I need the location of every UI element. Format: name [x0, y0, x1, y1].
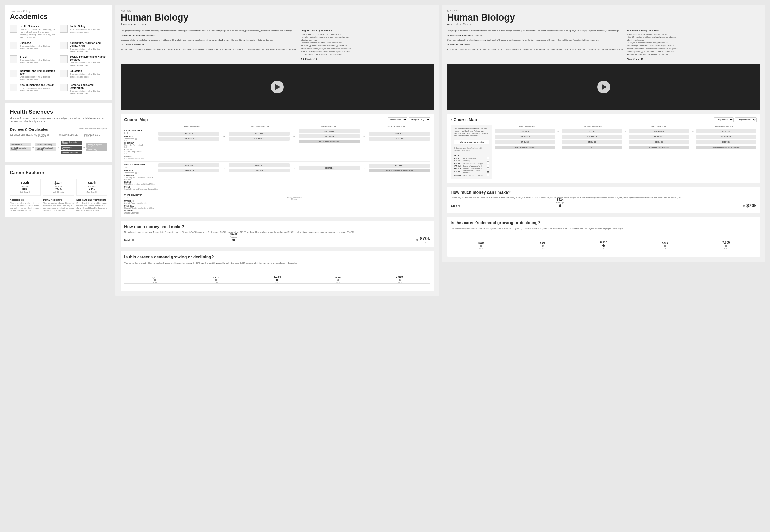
career-explorer-card: Career Explorer $33k Average 34% Job Gro…	[5, 165, 112, 217]
control-select-1[interactable]: Unspecified	[388, 117, 407, 122]
video-player-middle[interactable]	[121, 64, 434, 110]
field-health-sciences[interactable]: Health Sciences Uses math, science, and …	[10, 25, 57, 39]
course-name-2: English Composition I	[124, 151, 158, 153]
sem-r-header-1: FIRST SEMESTER	[494, 125, 560, 128]
field-desc: Short description of what this field foc…	[70, 28, 107, 34]
art-checkbox-2[interactable]	[487, 162, 489, 164]
field-agriculture[interactable]: Agriculture, Nutrition and Culinary Arts…	[60, 42, 107, 53]
field-desc: Short description of what this field foc…	[20, 87, 57, 92]
outcomes-title-right: Program Learning Outcomes	[627, 29, 678, 32]
demand-desc-middle: This career has grown by 5% over the las…	[124, 262, 430, 264]
program-description: This program develops student's knowledg…	[121, 29, 297, 61]
r-sem4-phys: PHYS B2B	[696, 135, 757, 139]
course-map-header-right: ‹ Course Map Unspecified Program Only	[451, 117, 757, 122]
course-code-0: BIOL B1A	[124, 135, 158, 138]
course-map-controls-right: Unspecified Program Only	[714, 117, 757, 122]
r-sem1-biol: BIOL B1A	[495, 129, 555, 133]
career-item-1: Dental Assistants Short description of w…	[43, 199, 74, 212]
desc-heading-1: To Achieve the Associate in Science	[121, 34, 156, 36]
field-business[interactable]: Business Short description of what this …	[10, 42, 57, 53]
sem-r-header-3: THIRD SEMESTER	[626, 125, 691, 128]
pathway-box: Kinesiology	[86, 148, 108, 151]
control-select-2[interactable]: Program Only	[409, 117, 430, 122]
field-stem[interactable]: STEM Short description of what this fiel…	[10, 55, 57, 67]
demand-title-right: Is this career's demand growing or decli…	[451, 220, 757, 226]
video-player-right[interactable]	[447, 64, 760, 110]
art-row-6: MUSC 80 Basic Elements of Music	[454, 174, 489, 176]
field-name: Industrial and Transportation Tech	[20, 70, 57, 75]
arts-label: ARTS	[454, 154, 489, 157]
pathway-box: Licensed Vocational Nursing	[35, 147, 56, 151]
field-social[interactable]: Social, Behavioral and Human Services Sh…	[60, 55, 107, 67]
control-select-r2[interactable]: Program Only	[735, 117, 757, 122]
arrow-3-4: →	[361, 135, 368, 138]
course-name-1: Chemistry Foundation I	[124, 144, 158, 146]
field-arts[interactable]: Arts, Humanities and Design Short descri…	[10, 84, 57, 95]
sem2-phil: PHIL B0	[229, 169, 290, 172]
middle-program-panel: BIOLOGY Human Biology Associate in Scien…	[115, 5, 439, 296]
salary-avg-r: $42k	[556, 198, 564, 201]
course-name-0: General Biology I	[124, 138, 158, 139]
stat-sub-2: Average	[79, 185, 105, 187]
sem-header-4: FOURTH SEMESTER	[363, 125, 430, 128]
stem-icon	[10, 55, 17, 63]
stat-growth-label-0: Job Growth	[12, 191, 38, 193]
stat-amount-1: $42k	[45, 181, 72, 185]
demand-desc-right: This career has grown by 5% over the las…	[451, 227, 757, 230]
field-personal[interactable]: Personal and Career Exploration Short de…	[60, 84, 107, 95]
field-name: Arts, Humanities and Design	[20, 84, 57, 86]
art-checkbox-4[interactable]	[487, 167, 489, 169]
art-checkbox-1[interactable]	[487, 160, 489, 162]
degrees-title: Degrees & Certificates	[10, 127, 48, 131]
demand-val-0: 5,611	[152, 276, 158, 279]
demand-r-val-0: 5,611	[478, 242, 484, 244]
r-sem4-chem: CHEM B1	[696, 140, 757, 144]
control-select-r1[interactable]: Unspecified	[714, 117, 734, 122]
career-item-0: Audiologists Short description of what t…	[10, 199, 41, 212]
art-checkbox-3[interactable]	[487, 165, 489, 167]
help-choose-elective-button[interactable]: Help me choose an elective	[454, 140, 489, 144]
field-public-safety[interactable]: Public Safety Short description of what …	[60, 25, 107, 39]
stat-sub-1: Average	[45, 185, 72, 187]
field-name: Public Safety	[70, 25, 107, 28]
outcome-r-1: • identify medical problems and apply ap…	[627, 36, 678, 41]
art-row-1: ART 64 Drawing	[454, 160, 489, 162]
play-button-middle[interactable]	[271, 81, 284, 93]
desc-paragraph-2: A minimum of 18 semester units in the ma…	[121, 48, 297, 51]
sem1-chem-b: CHEM B1A	[158, 169, 219, 172]
art-checkbox-0[interactable]	[487, 157, 489, 159]
course-map-right: ‹ Course Map Unspecified Program Only T	[447, 114, 760, 183]
demand-section-middle: Is this career's demand growing or decli…	[121, 251, 434, 291]
sem1-chem: CHEM B1A	[158, 137, 219, 141]
outcome-2: • analyze a clinical situation using ana…	[301, 41, 352, 53]
course-units-0: 4.0	[124, 139, 158, 141]
program-title-middle: Human Biology	[121, 12, 434, 23]
outcome-0: Upon successful completion, the student …	[301, 33, 352, 36]
sem-header-2: SECOND SEMESTER	[226, 125, 294, 128]
stat-growth-2: 21%	[79, 187, 105, 191]
field-education[interactable]: Education Short description of what this…	[60, 70, 107, 81]
program-description-right: This program develops student's knowledg…	[447, 29, 623, 61]
r-sem3-chem: CHEM B1	[629, 140, 689, 144]
stat-growth-0: 34%	[12, 187, 38, 191]
r-sem1-engl: ENGL B0	[495, 140, 555, 144]
career-explorer-title: Career Explorer	[10, 170, 107, 176]
back-button[interactable]: ‹	[451, 118, 452, 122]
health-sciences-heading: Health Sciences	[10, 109, 107, 115]
r-sem3-math: MATH B6A	[629, 129, 689, 133]
desc-r-h2: To Transfer Coursework	[447, 43, 470, 46]
play-button-right[interactable]	[597, 81, 610, 93]
health-sciences-detail-card: Health Sciences This area focuses on the…	[5, 103, 112, 162]
demand-val-4: 7,605	[396, 275, 403, 279]
r-sem2-phil: PHIL B0	[562, 146, 622, 149]
course-map-title: Course Map	[124, 118, 148, 122]
col-header-associate: ASSOCIATE DEGREE	[59, 134, 83, 138]
art-checkbox-5[interactable]	[487, 171, 489, 173]
career-name-2: Dieticians and Nutritionists	[76, 199, 107, 201]
field-name: Health Sciences	[20, 25, 57, 28]
art-checkbox-6[interactable]	[487, 174, 489, 176]
degree-type-right: Associate in Science	[447, 23, 760, 26]
salary-high-r: $70k	[746, 203, 757, 208]
total-units: Total Units : 18	[301, 58, 352, 60]
field-industrial[interactable]: Industrial and Transportation Tech Short…	[10, 70, 57, 81]
